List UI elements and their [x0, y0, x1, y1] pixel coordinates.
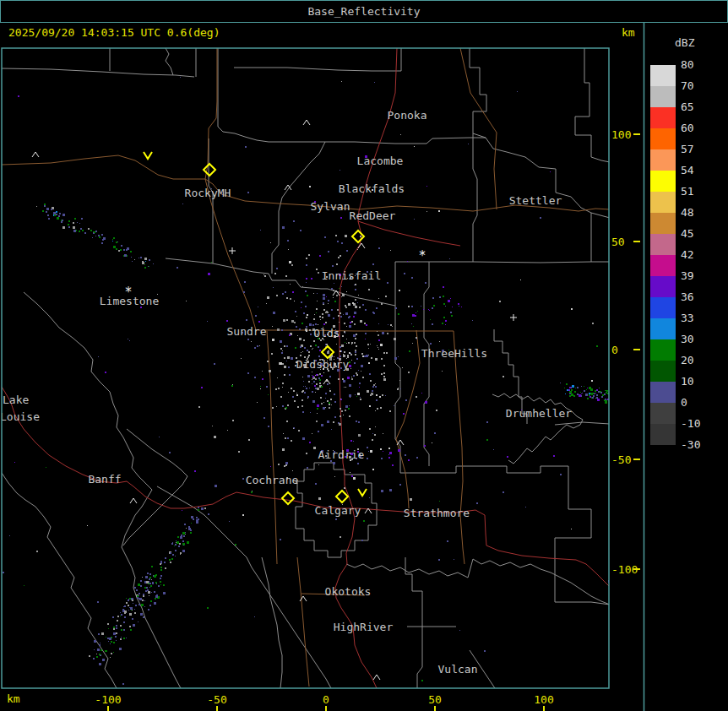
city-label-ponoka: Ponoka [388, 109, 427, 122]
right-axis-label-50: 50 [611, 236, 625, 248]
right-axis-label-100: 100 [611, 128, 631, 141]
city-label-louise: Louise [0, 410, 40, 423]
chevron-down-marker-icon [144, 152, 152, 159]
highway-line [358, 221, 460, 246]
city-label-blackfalds: Blackfalds [339, 182, 405, 195]
caret-marker-icon [373, 675, 380, 680]
county-boundary-line [166, 48, 173, 75]
county-boundary-line [591, 213, 610, 262]
secondary-road-line [454, 331, 465, 564]
colorbar-swatch-57 [650, 149, 676, 171]
colorbar-swatch-39 [650, 276, 676, 297]
map-content: **PonokaLacombeBlackfaldsSylvanRedDeerSt… [0, 48, 612, 688]
county-boundary-line [400, 466, 610, 605]
bottom-axis-label-0: 0 [323, 693, 329, 706]
secondary-road-line [205, 48, 217, 179]
county-boundary-line [218, 48, 486, 144]
caret-marker-icon [303, 120, 310, 125]
colorbar-label-42: 42 [681, 248, 694, 261]
caret-marker-icon [32, 152, 39, 157]
reflectivity-colorbar: 807065605754514845423936333020100-10-30 [650, 58, 700, 451]
plus-marker-icon [510, 314, 517, 321]
city-label-drumheller: Drumheller [506, 407, 572, 420]
city-label-reddeer: RedDeer [350, 209, 396, 222]
county-boundary-line [470, 48, 486, 138]
colorbar-swatch-80 [650, 65, 676, 86]
colorbar-swatch-60 [650, 128, 676, 149]
echo-cluster-sw-streak-1 [121, 516, 193, 616]
colorbar-swatch-42 [650, 255, 676, 276]
bottom-axis-label--50: -50 [207, 693, 226, 706]
colorbar-label-57: 57 [681, 143, 694, 155]
bottom-axis-label-50: 50 [428, 693, 442, 706]
bottom-axis-label-100: 100 [534, 693, 553, 706]
echo-cluster-east-streak [560, 383, 612, 404]
radar-map[interactable]: **PonokaLacombeBlackfaldsSylvanRedDeerSt… [0, 0, 728, 711]
colorbar-swatch-30 [650, 339, 676, 361]
city-label-highriver: HighRiver [334, 621, 394, 633]
colorbar-swatch-33 [650, 318, 676, 339]
colorbar-label--30: -30 [681, 438, 700, 451]
city-label-threehills: ThreeHills [421, 347, 487, 360]
colorbar-label--10: -10 [681, 417, 700, 430]
city-label-lacombe: Lacombe [357, 155, 404, 167]
county-boundary-line [346, 559, 610, 605]
colorbar-swatch-54 [650, 171, 676, 192]
secondary-road-line [2, 155, 358, 209]
secondary-road-line [267, 331, 277, 564]
echo-cluster-sw-streak-2 [89, 575, 166, 665]
colorbar-swatch-45 [650, 234, 676, 255]
colorbar-label-30: 30 [681, 333, 694, 345]
colorbar-label-70: 70 [681, 79, 694, 92]
colorbar-label-39: 39 [681, 269, 694, 282]
radar-site-diamond-icon [336, 491, 348, 502]
city-label-rockymh: RockyMH [185, 187, 231, 199]
secondary-road-line [396, 330, 420, 508]
colorbar-swatch-65 [650, 107, 676, 128]
county-boundary-line [424, 262, 429, 466]
asterisk-marker-icon: * [418, 248, 426, 263]
radar-site-diamond-icon [352, 231, 364, 242]
right-axis-label--50: -50 [611, 453, 631, 466]
colorbar-label-10: 10 [681, 375, 694, 388]
colorbar-label-80: 80 [681, 58, 694, 71]
echo-cluster-ne-cluster [412, 282, 462, 325]
county-boundary-line [2, 473, 117, 688]
city-label-stettler: Stettler [509, 194, 562, 207]
city-label-airdrie: Airdrie [318, 448, 365, 461]
county-boundary-line [575, 48, 610, 162]
colorbar-label-54: 54 [681, 164, 694, 176]
county-boundary-line [492, 393, 583, 464]
caret-marker-icon [130, 498, 137, 503]
secondary-road-line [297, 557, 309, 687]
echo-cluster-nw-streak [36, 204, 154, 269]
radar-site-diamond-icon [282, 492, 294, 504]
colorbar-swatch-51 [650, 192, 676, 213]
city-label-innisfail: Innisfail [322, 269, 381, 282]
plus-marker-icon [229, 247, 236, 254]
county-boundary-line [555, 422, 610, 425]
right-axis-label-0: 0 [611, 344, 618, 356]
colorbar-label-33: 33 [681, 312, 694, 324]
colorbar-label-36: 36 [681, 290, 694, 303]
colorbar-label-65: 65 [681, 100, 694, 113]
city-label-olds: Olds [313, 327, 340, 339]
city-label-okotoks: Okotoks [325, 585, 372, 598]
colorbar-label-60: 60 [681, 122, 694, 134]
city-label-didsbury: Didsbury [296, 358, 350, 371]
radar-application-window: Base_Reflectivity 2025/09/20 14:03:15 UT… [0, 0, 728, 711]
colorbar-swatch-36 [650, 297, 676, 318]
city-label-strathmore: Strathmore [404, 507, 470, 519]
radar-site-diamond-icon [204, 164, 215, 176]
city-label-limestone: Limestone [100, 295, 160, 307]
city-label-calgary: Calgary [315, 504, 361, 517]
colorbar-swatch-70 [650, 86, 676, 107]
county-boundary-line [157, 486, 331, 688]
colorbar-label-20: 20 [681, 354, 694, 366]
city-label-sylvan: Sylvan [311, 200, 350, 213]
colorbar-swatch-10 [650, 382, 676, 403]
colorbar-label-0: 0 [681, 396, 687, 409]
secondary-road-line [460, 48, 497, 209]
county-boundary-line [166, 258, 213, 263]
colorbar-label-51: 51 [681, 185, 694, 198]
